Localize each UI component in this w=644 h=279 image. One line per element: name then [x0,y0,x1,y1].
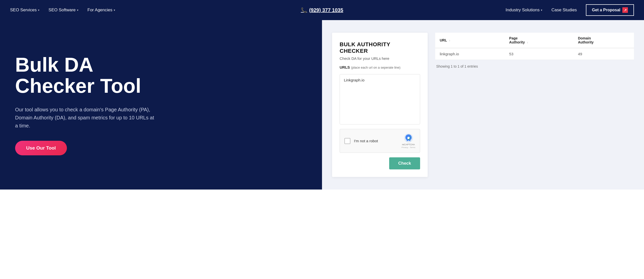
cell-domain-authority: 49 [573,48,634,60]
col-domain-authority-header: DomainAuthority [573,33,634,48]
chevron-down-icon: ▾ [541,9,542,12]
nav-item-seo-services[interactable]: SEO Services ▾ [10,8,39,13]
phone-icon: 📞 [301,7,307,13]
urls-hint: (place each url on a seperate line) [351,66,400,69]
hero-left: Bulk DAChecker Tool Our tool allows you … [0,20,322,190]
nav-right: Industry Solutions ▾ Case Studies Get a … [343,4,634,16]
nav-item-for-agencies[interactable]: For Agencies ▾ [88,8,115,13]
recaptcha-logo: reCAPTCHA Privacy - Terms [401,133,415,149]
recaptcha-brand-text: reCAPTCHA [402,143,415,146]
cell-page-authority: 53 [505,48,573,60]
recaptcha-icon [404,133,413,143]
col-url-header: URL ↑ [435,33,505,48]
nav-item-seo-software[interactable]: SEO Software ▾ [49,8,78,13]
recaptcha-widget: I'm not a robot reCAPTCHA Privacy - Term… [340,129,420,153]
phone-link[interactable]: 📞 (929) 377 1035 [301,7,343,13]
results-panel: URL ↑ PageAuthority ↑ DomainAuthority [435,33,634,177]
use-our-tool-button[interactable]: Use Our Tool [15,141,67,155]
hero-title: Bulk DAChecker Tool [15,54,307,97]
chevron-down-icon: ▾ [38,9,39,12]
results-table: URL ↑ PageAuthority ↑ DomainAuthority [435,33,634,60]
nav-left: SEO Services ▾ SEO Software ▾ For Agenci… [10,8,301,13]
check-button[interactable]: Check [389,157,420,169]
hero-right: BULK AUTHORITY CHECKER Check DA for your… [322,20,644,190]
arrow-icon: ↗ [622,7,628,13]
hero-section: Bulk DAChecker Tool Our tool allows you … [0,20,644,190]
tool-panel-subtitle: Check DA for your URLs here [340,56,420,61]
urls-label: URLS (place each url on a seperate line) [340,65,420,70]
nav-item-industry-solutions[interactable]: Industry Solutions ▾ [506,8,542,13]
recaptcha-label: I'm not a robot [354,139,398,143]
cell-url: linkgraph.io [435,48,505,60]
nav-item-case-studies[interactable]: Case Studies [551,8,577,13]
navbar: SEO Services ▾ SEO Software ▾ For Agenci… [0,0,644,20]
tool-panel: BULK AUTHORITY CHECKER Check DA for your… [332,33,428,177]
sort-icon-pa[interactable]: ↑ [527,41,528,44]
chevron-down-icon: ▾ [114,9,115,12]
recaptcha-privacy-terms: Privacy - Terms [401,146,415,149]
table-row: linkgraph.io 53 49 [435,48,634,60]
urls-textarea[interactable]: Linkgraph.io [340,74,420,124]
col-page-authority-header: PageAuthority ↑ [505,33,573,48]
get-proposal-button[interactable]: Get a Proposal ↗ [586,4,634,16]
showing-text: Showing 1 to 1 of 1 entries [435,64,634,68]
hero-description: Our tool allows you to check a domain's … [15,106,156,130]
sort-icon-url[interactable]: ↑ [449,39,450,42]
recaptcha-checkbox[interactable] [344,138,350,144]
tool-panel-title: BULK AUTHORITY CHECKER [340,41,420,54]
chevron-down-icon: ▾ [77,9,78,12]
